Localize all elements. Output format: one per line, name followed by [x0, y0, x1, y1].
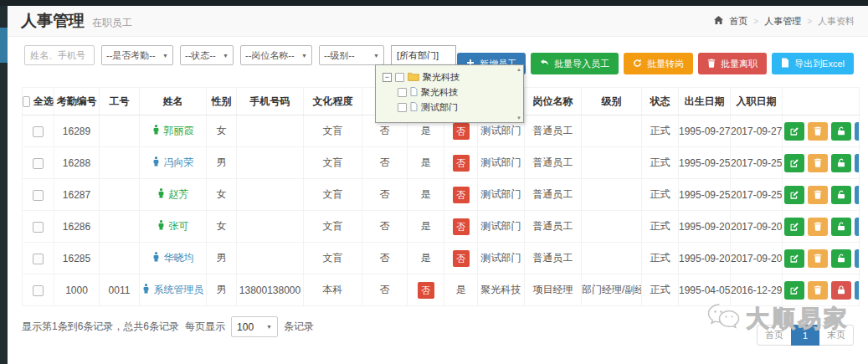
- tree-checkbox[interactable]: [395, 73, 404, 82]
- lock-button[interactable]: [831, 281, 851, 300]
- row-checkbox[interactable]: [33, 254, 44, 264]
- settings-button[interactable]: [855, 186, 860, 204]
- education-cell: 文盲: [304, 243, 362, 274]
- employee-name-link[interactable]: 冯向荣: [152, 156, 194, 170]
- batch-import-button[interactable]: 批量导入员工: [531, 53, 619, 74]
- status-filter-select[interactable]: --状态--▼: [180, 45, 234, 65]
- delete-button[interactable]: [808, 218, 828, 236]
- edit-button[interactable]: [784, 186, 804, 204]
- flag-cell-1: 否: [362, 274, 408, 306]
- settings-button[interactable]: [855, 122, 860, 141]
- position-filter-select[interactable]: --岗位名称--▼: [240, 45, 312, 65]
- tree-checkbox[interactable]: [398, 88, 407, 97]
- tree-node-child-2[interactable]: 测试部门: [398, 100, 511, 115]
- tree-node-root[interactable]: −聚光科技: [383, 69, 511, 85]
- pagination-first[interactable]: 首页: [757, 325, 792, 346]
- actions-cell: [783, 179, 860, 211]
- edit-button[interactable]: [784, 154, 804, 172]
- breadcrumb-separator: >: [753, 17, 758, 26]
- unlock-button[interactable]: [831, 122, 851, 141]
- edit-button[interactable]: [784, 281, 804, 300]
- tree-node-child-1[interactable]: 聚光科技: [398, 85, 511, 100]
- pagination-current[interactable]: 1: [791, 325, 819, 346]
- tree-checkbox[interactable]: [398, 103, 407, 112]
- attendance-no-cell: 16287: [54, 179, 100, 211]
- caret-down-icon: ▼: [266, 324, 272, 330]
- edit-button[interactable]: [784, 218, 804, 236]
- work-no-cell: [100, 147, 140, 179]
- row-checkbox[interactable]: [33, 190, 44, 201]
- settings-button[interactable]: [855, 218, 860, 236]
- settings-button[interactable]: [855, 281, 860, 300]
- breadcrumb-item-2[interactable]: 人事管理: [764, 15, 801, 28]
- delete-button[interactable]: [808, 249, 828, 268]
- file-icon: [410, 87, 418, 98]
- employee-name-link[interactable]: 郭丽霞: [152, 124, 194, 138]
- flag-cell-1: 否: [362, 211, 408, 243]
- delete-button[interactable]: [808, 154, 828, 172]
- edit-button[interactable]: [784, 249, 804, 268]
- department-cell: 聚光科技: [478, 274, 525, 306]
- work-no-cell: [100, 179, 140, 211]
- select-value: --岗位名称--: [245, 49, 295, 62]
- table-row: 10000011系统管理员男13800138000本科否否是聚光科技项目经理部门…: [23, 274, 860, 306]
- flag-badge[interactable]: 否: [453, 187, 470, 203]
- button-label: 批量离职: [721, 58, 758, 70]
- delete-button[interactable]: [808, 186, 828, 204]
- employee-name-link[interactable]: 张可: [157, 219, 189, 233]
- pagination-last[interactable]: 末页: [819, 325, 854, 346]
- tree-node-label: 聚光科技: [423, 71, 460, 84]
- flag-value: 否: [380, 220, 390, 232]
- batch-dismiss-button[interactable]: 批量离职: [698, 53, 767, 74]
- select-all-header: 全选: [23, 88, 54, 115]
- employee-name: 郭丽霞: [164, 124, 194, 138]
- attendance-filter-select[interactable]: --是否考勤--▼: [101, 45, 173, 65]
- flag-badge[interactable]: 否: [418, 282, 434, 299]
- flag-badge[interactable]: 否: [453, 155, 470, 172]
- delete-button[interactable]: [808, 281, 828, 300]
- scroll-down-icon[interactable]: ▼: [516, 115, 521, 120]
- table-row: 16287赵芳女文盲否是否测试部门普通员工正式1995-09-252017-09…: [23, 179, 860, 211]
- caret-down-icon: ▼: [301, 53, 307, 59]
- flag-badge[interactable]: 否: [453, 250, 470, 267]
- search-input[interactable]: [24, 45, 95, 65]
- flag-cell-3: 否: [444, 147, 478, 179]
- breadcrumb-item-3[interactable]: 人事资料: [818, 15, 855, 28]
- actions-cell: [783, 274, 860, 306]
- row-checkbox[interactable]: [33, 222, 44, 233]
- home-icon: [714, 16, 723, 26]
- trash-icon: [707, 59, 716, 69]
- export-excel-button[interactable]: 导出到Excel: [772, 53, 854, 74]
- row-checkbox[interactable]: [33, 126, 44, 137]
- flag-value: 否: [380, 125, 390, 136]
- actions-cell: [783, 115, 860, 147]
- row-checkbox[interactable]: [33, 158, 44, 169]
- settings-button[interactable]: [855, 154, 860, 172]
- breadcrumb-separator: >: [807, 17, 812, 26]
- column-header: 状态: [642, 88, 679, 115]
- batch-transfer-button[interactable]: 批量转岗: [624, 53, 693, 74]
- department-filter[interactable]: [所有部门]: [391, 45, 456, 65]
- row-checkbox[interactable]: [33, 285, 44, 296]
- employee-name-link[interactable]: 华晓均: [152, 251, 194, 265]
- settings-button[interactable]: [855, 249, 860, 268]
- flag-badge[interactable]: 否: [453, 123, 470, 140]
- department-cell: 测试部门: [478, 211, 525, 243]
- edit-button[interactable]: [784, 122, 804, 141]
- employee-name-link[interactable]: 系统管理员: [142, 283, 204, 297]
- unlock-button[interactable]: [831, 186, 851, 204]
- flag-badge[interactable]: 否: [453, 218, 470, 235]
- delete-button[interactable]: [808, 122, 828, 141]
- per-page-select[interactable]: 100 ▼: [231, 316, 278, 337]
- tree-collapse-icon[interactable]: −: [383, 73, 392, 82]
- unlock-button[interactable]: [831, 249, 851, 268]
- status-cell: 正式: [642, 179, 679, 211]
- unlock-button[interactable]: [831, 218, 851, 236]
- breadcrumb-item-1[interactable]: 首页: [729, 15, 747, 28]
- level-filter-select[interactable]: --级别--▼: [319, 45, 384, 65]
- female-icon: [157, 220, 165, 233]
- select-all-checkbox[interactable]: [23, 96, 30, 107]
- employee-name-link[interactable]: 赵芳: [157, 187, 189, 202]
- scroll-up-icon[interactable]: ▲: [516, 67, 521, 72]
- unlock-button[interactable]: [831, 154, 851, 172]
